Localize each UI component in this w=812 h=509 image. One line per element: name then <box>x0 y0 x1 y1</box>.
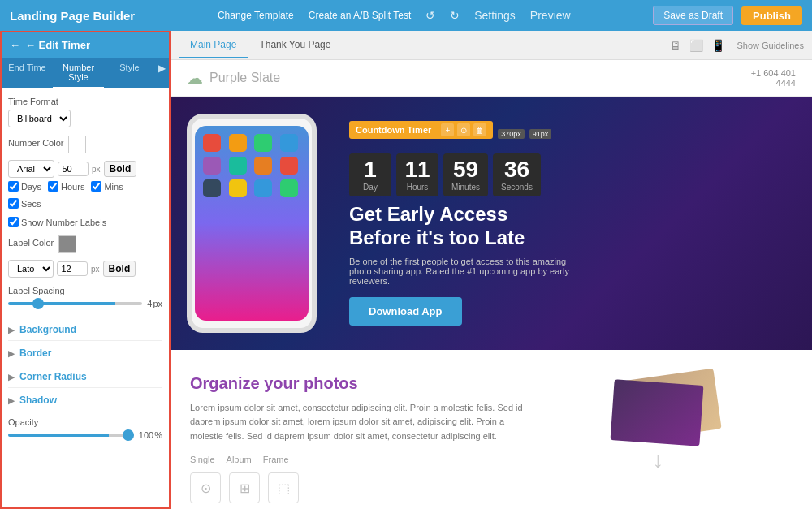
show-guidelines-btn[interactable]: Show Guidelines <box>736 41 804 50</box>
label-spacing-slider[interactable] <box>8 302 142 305</box>
font-row: Arial px Bold <box>8 160 162 178</box>
app-icon-9 <box>203 179 221 197</box>
opacity-row: Opacity 100 % <box>8 417 162 440</box>
save-draft-button[interactable]: Save as Draft <box>653 6 733 25</box>
background-arrow-icon: ▶ <box>8 326 15 334</box>
show-labels-checkbox-label: Show Number Labels <box>8 217 162 227</box>
change-template-link[interactable]: Change Template <box>218 10 294 21</box>
corner-radius-label: Corner Radius <box>19 371 87 382</box>
mobile-icon[interactable]: 📱 <box>711 39 725 52</box>
hero-phone-image <box>171 97 333 349</box>
nav-actions: Save as Draft Publish <box>653 6 802 25</box>
opacity-slider[interactable] <box>8 434 134 437</box>
app-icon-12 <box>280 179 298 197</box>
tab-arrow-icon[interactable]: ▶ <box>155 58 169 88</box>
font-family-select[interactable]: Arial <box>8 160 54 178</box>
time-checkboxes: Days Hours Mins Secs <box>8 181 162 209</box>
digit-seconds-value: 36 <box>501 158 533 181</box>
tab-style[interactable]: Style <box>104 58 155 88</box>
landing-page-preview: ☁ Purple Slate +1 604 401 4444 <box>171 60 812 509</box>
settings-link[interactable]: Settings <box>474 9 516 22</box>
top-navbar: Landing Page Builder Change Template Cre… <box>0 0 812 31</box>
secs-checkbox-label: Secs <box>8 198 41 209</box>
app-icon-2 <box>229 134 247 152</box>
height-badge: 91px <box>529 129 552 139</box>
sidebar-content: Time Format Billboard Number Color Arial… <box>2 88 169 456</box>
digit-seconds-label: Seconds <box>501 183 533 192</box>
phone-number-1: +1 604 401 <box>751 68 796 78</box>
label-font-select[interactable]: Lato <box>8 260 54 278</box>
tab-main-page[interactable]: Main Page <box>179 32 248 58</box>
back-icon[interactable]: ← <box>10 39 20 51</box>
tablet-icon[interactable]: ⬜ <box>689 39 703 52</box>
number-color-label: Number Color <box>8 138 63 148</box>
mins-checkbox[interactable] <box>91 181 102 192</box>
tab-end-time[interactable]: End Time <box>2 58 53 88</box>
countdown-copy-btn[interactable]: ⊙ <box>457 123 470 136</box>
label-size-input[interactable] <box>57 261 88 276</box>
redo-icon[interactable]: ↻ <box>450 9 460 22</box>
days-checkbox[interactable] <box>8 181 19 192</box>
hours-label: Hours <box>61 182 84 192</box>
section-tab-album[interactable]: Album <box>227 455 252 464</box>
view-icons: 🖥 ⬜ 📱 <box>670 39 725 52</box>
countdown-controls: + ⊙ 🗑 <box>441 123 486 136</box>
secs-checkbox[interactable] <box>8 198 19 209</box>
icon-box-frame: ⬚ <box>268 472 299 503</box>
digit-hours-label: Hours <box>404 183 430 192</box>
tab-thank-you-page[interactable]: Thank You Page <box>248 32 342 58</box>
section-tab-frame[interactable]: Frame <box>263 455 289 464</box>
hero-title-line1: Get Early Access <box>349 203 508 225</box>
phone-screen <box>195 126 309 321</box>
preview-link[interactable]: Preview <box>530 9 571 22</box>
label-spacing-unit: px <box>153 299 162 308</box>
digit-minutes-label: Minutes <box>451 183 480 192</box>
label-color-picker[interactable] <box>58 235 76 253</box>
shadow-arrow-icon: ▶ <box>8 396 15 405</box>
digit-day-value: 1 <box>357 158 383 181</box>
desktop-icon[interactable]: 🖥 <box>670 39 681 52</box>
app-icon-11 <box>254 179 272 197</box>
sidebar: ← ← Edit Timer End Time Number Style Sty… <box>0 31 171 509</box>
number-bold-btn[interactable]: Bold <box>104 161 137 177</box>
hours-checkbox[interactable] <box>48 181 58 192</box>
sidebar-header: ← ← Edit Timer <box>2 32 169 58</box>
border-section[interactable]: ▶ Border <box>8 340 162 364</box>
time-format-row: Time Format Billboard <box>8 97 162 127</box>
app-icon-3 <box>254 134 272 152</box>
font-size-unit: px <box>92 165 101 174</box>
corner-radius-section[interactable]: ▶ Corner Radius <box>8 364 162 387</box>
digit-minutes: 59 Minutes <box>443 153 488 196</box>
undo-icon[interactable]: ↺ <box>425 9 435 22</box>
hero-title: Get Early Access Before it's too Late <box>349 203 796 250</box>
photo-stack: ↓ <box>612 374 742 504</box>
opacity-unit: % <box>154 430 162 440</box>
digit-hours: 11 Hours <box>396 153 438 196</box>
app-icon-5 <box>203 157 221 175</box>
phone-mockup <box>187 114 317 333</box>
tab-number-style[interactable]: Number Style <box>53 58 104 88</box>
logo-icon: ☁ <box>187 68 203 88</box>
section-tab-single[interactable]: Single <box>190 455 215 464</box>
section-title: Organize your photos <box>190 374 537 393</box>
ab-split-test-link[interactable]: Create an A/B Split Test <box>309 10 412 21</box>
publish-button[interactable]: Publish <box>741 6 802 25</box>
font-size-input[interactable] <box>58 162 89 176</box>
main-content: Main Page Thank You Page 🖥 ⬜ 📱 Show Guid… <box>171 31 812 509</box>
app-icon-10 <box>229 179 247 197</box>
countdown-delete-btn[interactable]: 🗑 <box>473 123 486 136</box>
countdown-add-btn[interactable]: + <box>441 123 454 136</box>
brand-name: Purple Slate <box>209 71 280 85</box>
days-checkbox-label: Days <box>8 181 41 192</box>
label-bold-btn[interactable]: Bold <box>103 261 136 277</box>
time-format-select[interactable]: Billboard <box>8 110 71 127</box>
number-color-picker[interactable] <box>68 136 86 153</box>
show-labels-checkbox[interactable] <box>8 217 19 227</box>
background-section[interactable]: ▶ Background <box>8 317 162 340</box>
background-label: Background <box>19 324 76 335</box>
download-app-button[interactable]: Download App <box>349 297 462 326</box>
shadow-section[interactable]: ▶ Shadow <box>8 387 162 411</box>
hero-title-line2: Before it's too Late <box>349 226 525 248</box>
label-spacing-row: Label Spacing 4 px <box>8 286 162 308</box>
label-spacing-label: Label Spacing <box>8 286 162 295</box>
